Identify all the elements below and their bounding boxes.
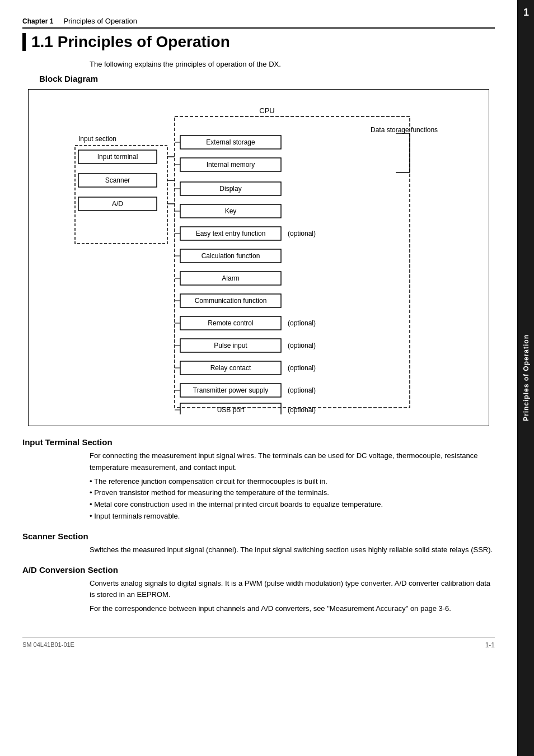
remote-optional: (optional) <box>288 319 316 327</box>
footer: SM 04L41B01-01E 1-1 <box>22 637 495 649</box>
data-storage-label: Data storage functions <box>371 126 438 134</box>
bullet-item: Input terminals removable. <box>90 511 495 522</box>
cpu-label: CPU <box>259 106 274 115</box>
bullet-item: Metal core construction used in the inte… <box>90 499 495 511</box>
side-tab: 1 Principles of Operation <box>518 0 534 756</box>
usb-optional: (optional) <box>288 406 316 414</box>
easy-text-label: Easy text entry function <box>196 230 266 237</box>
sm-label: SM 04L41B01-01E <box>22 641 74 649</box>
usb-port-label: USB port <box>217 406 245 414</box>
page-number: 1-1 <box>485 641 495 649</box>
scanner-body: Switches the measured input signal (chan… <box>90 544 495 556</box>
key-label: Key <box>225 207 237 215</box>
communication-label: Communication function <box>195 297 267 305</box>
ad-text-1: Converts analog signals to digital signa… <box>90 578 495 601</box>
transmitter-optional: (optional) <box>288 386 316 394</box>
bullet-item: The reference junction compensation circ… <box>90 476 495 488</box>
relay-optional: (optional) <box>288 364 316 372</box>
pulse-optional: (optional) <box>288 342 316 349</box>
ad-conversion-heading: A/D Conversion Section <box>22 565 495 575</box>
scanner-heading: Scanner Section <box>22 531 495 541</box>
bullet-item: Proven transistor method for measuring t… <box>90 487 495 499</box>
input-terminal-text: For connecting the measurement input sig… <box>90 450 495 474</box>
input-section-label: Input section <box>78 135 116 143</box>
internal-memory-label: Internal memory <box>207 161 255 169</box>
external-storage-label: External storage <box>206 138 255 146</box>
ad-text-2: For the correspondence between input cha… <box>90 603 495 615</box>
transmitter-label: Transmitter power supply <box>193 386 268 394</box>
ad-conversion-body: Converts analog signals to digital signa… <box>90 578 495 615</box>
chapter-section: Principles of Operation <box>63 17 137 25</box>
easy-text-optional: (optional) <box>288 230 316 237</box>
display-label: Display <box>219 185 241 193</box>
page-title: 1.1 Principles of Operation <box>22 33 495 51</box>
intro-text: The following explains the principles of… <box>90 60 495 68</box>
remote-control-label: Remote control <box>208 319 253 327</box>
chapter-label: Chapter 1 <box>22 17 53 25</box>
input-terminal-body: For connecting the measurement input sig… <box>90 450 495 522</box>
chapter-header: Chapter 1 Principles of Operation <box>22 17 495 29</box>
scanner-label: Scanner <box>105 176 130 184</box>
relay-contact-label: Relay contact <box>210 364 251 372</box>
scanner-text: Switches the measured input signal (chan… <box>90 544 495 556</box>
side-tab-text: Principles of Operation <box>522 334 530 421</box>
calculation-label: Calculation function <box>202 252 260 260</box>
input-terminal-heading: Input Terminal Section <box>22 437 495 447</box>
diagram-svg: CPU Input section Input terminal Scanner… <box>68 101 449 414</box>
side-number: 1 <box>518 7 534 18</box>
pulse-input-label: Pulse input <box>214 342 247 349</box>
block-diagram: CPU Input section Input terminal Scanner… <box>28 89 489 426</box>
alarm-label: Alarm <box>222 274 239 282</box>
block-diagram-heading: Block Diagram <box>39 74 495 83</box>
ad-label: A/D <box>112 200 123 208</box>
input-terminal-bullets: The reference junction compensation circ… <box>90 476 495 522</box>
input-terminal-label: Input terminal <box>97 153 138 161</box>
